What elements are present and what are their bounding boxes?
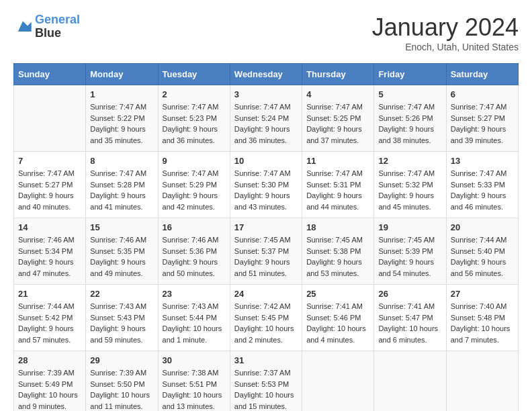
calendar-cell bbox=[302, 351, 374, 412]
day-info: Sunrise: 7:45 AMSunset: 5:37 PMDaylight:… bbox=[234, 234, 298, 279]
calendar-cell: 4Sunrise: 7:47 AMSunset: 5:25 PMDaylight… bbox=[302, 85, 374, 152]
sunset-text: Sunset: 5:36 PM bbox=[163, 247, 217, 255]
calendar-cell: 31Sunrise: 7:37 AMSunset: 5:53 PMDayligh… bbox=[230, 351, 302, 412]
day-info: Sunrise: 7:45 AMSunset: 5:39 PMDaylight:… bbox=[378, 234, 441, 279]
sunset-text: Sunset: 5:49 PM bbox=[18, 380, 73, 388]
day-number: 15 bbox=[90, 222, 153, 232]
sunset-text: Sunset: 5:27 PM bbox=[451, 114, 505, 122]
day-info: Sunrise: 7:46 AMSunset: 5:34 PMDaylight:… bbox=[18, 234, 81, 279]
day-number: 8 bbox=[90, 156, 153, 166]
sunrise-text: Sunrise: 7:45 AM bbox=[378, 236, 435, 244]
sunset-text: Sunset: 5:30 PM bbox=[234, 181, 289, 189]
day-info: Sunrise: 7:39 AMSunset: 5:49 PMDaylight:… bbox=[18, 367, 81, 411]
day-number: 17 bbox=[234, 222, 298, 232]
calendar-cell: 27Sunrise: 7:40 AMSunset: 5:48 PMDayligh… bbox=[446, 285, 518, 351]
header-day: Sunday bbox=[14, 64, 86, 85]
daylight-text: Daylight: 9 hours and 45 minutes. bbox=[378, 191, 434, 211]
day-info: Sunrise: 7:46 AMSunset: 5:36 PMDaylight:… bbox=[163, 234, 226, 279]
sunrise-text: Sunrise: 7:47 AM bbox=[163, 169, 219, 177]
day-number: 4 bbox=[306, 89, 369, 99]
calendar-cell: 10Sunrise: 7:47 AMSunset: 5:30 PMDayligh… bbox=[230, 152, 302, 218]
calendar-cell: 13Sunrise: 7:47 AMSunset: 5:33 PMDayligh… bbox=[446, 152, 518, 218]
day-number: 14 bbox=[18, 222, 81, 232]
sunrise-text: Sunrise: 7:47 AM bbox=[378, 103, 435, 111]
title-block: January 2024 Enoch, Utah, United States bbox=[372, 13, 519, 52]
daylight-text: Daylight: 9 hours and 42 minutes. bbox=[163, 191, 218, 211]
sunrise-text: Sunrise: 7:46 AM bbox=[18, 236, 75, 244]
daylight-text: Daylight: 9 hours and 51 minutes. bbox=[234, 258, 290, 277]
daylight-text: Daylight: 10 hours and 4 minutes. bbox=[306, 324, 366, 344]
sunrise-text: Sunrise: 7:46 AM bbox=[90, 236, 146, 244]
calendar-week-row: 14Sunrise: 7:46 AMSunset: 5:34 PMDayligh… bbox=[14, 218, 519, 285]
day-info: Sunrise: 7:47 AMSunset: 5:23 PMDaylight:… bbox=[163, 101, 226, 146]
sunrise-text: Sunrise: 7:45 AM bbox=[234, 236, 291, 244]
sunrise-text: Sunrise: 7:42 AM bbox=[234, 302, 291, 310]
sunrise-text: Sunrise: 7:44 AM bbox=[451, 236, 507, 244]
calendar-cell: 7Sunrise: 7:47 AMSunset: 5:27 PMDaylight… bbox=[14, 152, 86, 218]
day-number: 1 bbox=[90, 89, 153, 99]
sunrise-text: Sunrise: 7:38 AM bbox=[163, 369, 219, 377]
calendar-body: 1Sunrise: 7:47 AMSunset: 5:22 PMDaylight… bbox=[14, 85, 519, 412]
calendar-week-row: 1Sunrise: 7:47 AMSunset: 5:22 PMDaylight… bbox=[14, 85, 519, 152]
day-number: 13 bbox=[451, 156, 514, 166]
day-number: 26 bbox=[378, 289, 441, 299]
day-info: Sunrise: 7:47 AMSunset: 5:22 PMDaylight:… bbox=[90, 101, 153, 146]
daylight-text: Daylight: 9 hours and 41 minutes. bbox=[90, 191, 146, 211]
sunset-text: Sunset: 5:34 PM bbox=[18, 247, 73, 255]
calendar-cell: 12Sunrise: 7:47 AMSunset: 5:32 PMDayligh… bbox=[374, 152, 446, 218]
daylight-text: Daylight: 9 hours and 37 minutes. bbox=[306, 125, 362, 144]
day-number: 22 bbox=[90, 289, 153, 299]
sunset-text: Sunset: 5:32 PM bbox=[378, 181, 433, 189]
logo: General Blue bbox=[13, 13, 80, 40]
header-day: Friday bbox=[374, 64, 446, 85]
calendar-cell: 22Sunrise: 7:43 AMSunset: 5:43 PMDayligh… bbox=[86, 285, 158, 351]
logo-text: General Blue bbox=[35, 13, 80, 40]
day-info: Sunrise: 7:42 AMSunset: 5:45 PMDaylight:… bbox=[234, 301, 298, 345]
day-info: Sunrise: 7:47 AMSunset: 5:26 PMDaylight:… bbox=[378, 101, 441, 146]
day-number: 9 bbox=[163, 156, 226, 166]
header-day: Tuesday bbox=[158, 64, 230, 85]
day-info: Sunrise: 7:44 AMSunset: 5:42 PMDaylight:… bbox=[18, 301, 81, 345]
sunrise-text: Sunrise: 7:45 AM bbox=[306, 236, 363, 244]
sunrise-text: Sunrise: 7:37 AM bbox=[234, 369, 291, 377]
sunset-text: Sunset: 5:38 PM bbox=[306, 247, 361, 255]
daylight-text: Daylight: 10 hours and 11 minutes. bbox=[90, 391, 150, 410]
page-header: General Blue January 2024 Enoch, Utah, U… bbox=[13, 13, 519, 52]
sunset-text: Sunset: 5:25 PM bbox=[306, 114, 361, 122]
sunset-text: Sunset: 5:26 PM bbox=[378, 114, 433, 122]
daylight-text: Daylight: 9 hours and 53 minutes. bbox=[306, 258, 362, 277]
sunset-text: Sunset: 5:31 PM bbox=[306, 181, 361, 189]
day-number: 19 bbox=[378, 222, 441, 232]
sunrise-text: Sunrise: 7:41 AM bbox=[306, 302, 363, 310]
day-number: 25 bbox=[306, 289, 369, 299]
daylight-text: Daylight: 9 hours and 36 minutes. bbox=[234, 125, 290, 144]
sunrise-text: Sunrise: 7:47 AM bbox=[163, 103, 219, 111]
sunset-text: Sunset: 5:47 PM bbox=[378, 314, 433, 322]
calendar-cell: 14Sunrise: 7:46 AMSunset: 5:34 PMDayligh… bbox=[14, 218, 86, 285]
sunset-text: Sunset: 5:37 PM bbox=[234, 247, 289, 255]
calendar-cell: 3Sunrise: 7:47 AMSunset: 5:24 PMDaylight… bbox=[230, 85, 302, 152]
sunrise-text: Sunrise: 7:43 AM bbox=[90, 302, 146, 310]
day-info: Sunrise: 7:40 AMSunset: 5:48 PMDaylight:… bbox=[451, 301, 514, 345]
sunset-text: Sunset: 5:23 PM bbox=[163, 114, 217, 122]
daylight-text: Daylight: 10 hours and 7 minutes. bbox=[451, 324, 511, 344]
sunrise-text: Sunrise: 7:47 AM bbox=[378, 169, 435, 177]
day-info: Sunrise: 7:47 AMSunset: 5:27 PMDaylight:… bbox=[18, 168, 81, 212]
day-number: 31 bbox=[234, 355, 298, 365]
calendar-cell: 23Sunrise: 7:43 AMSunset: 5:44 PMDayligh… bbox=[158, 285, 230, 351]
calendar-cell: 17Sunrise: 7:45 AMSunset: 5:37 PMDayligh… bbox=[230, 218, 302, 285]
daylight-text: Daylight: 9 hours and 50 minutes. bbox=[163, 258, 218, 277]
calendar-cell: 5Sunrise: 7:47 AMSunset: 5:26 PMDaylight… bbox=[374, 85, 446, 152]
day-number: 18 bbox=[306, 222, 369, 232]
header-day: Saturday bbox=[446, 64, 518, 85]
sunset-text: Sunset: 5:42 PM bbox=[18, 314, 73, 322]
day-number: 20 bbox=[451, 222, 514, 232]
daylight-text: Daylight: 10 hours and 6 minutes. bbox=[378, 324, 438, 344]
sunrise-text: Sunrise: 7:47 AM bbox=[451, 169, 507, 177]
calendar-cell: 29Sunrise: 7:39 AMSunset: 5:50 PMDayligh… bbox=[86, 351, 158, 412]
sunset-text: Sunset: 5:45 PM bbox=[234, 314, 289, 322]
day-info: Sunrise: 7:38 AMSunset: 5:51 PMDaylight:… bbox=[163, 367, 226, 411]
day-number: 7 bbox=[18, 156, 81, 166]
day-info: Sunrise: 7:47 AMSunset: 5:29 PMDaylight:… bbox=[163, 168, 226, 212]
calendar-cell: 28Sunrise: 7:39 AMSunset: 5:49 PMDayligh… bbox=[14, 351, 86, 412]
